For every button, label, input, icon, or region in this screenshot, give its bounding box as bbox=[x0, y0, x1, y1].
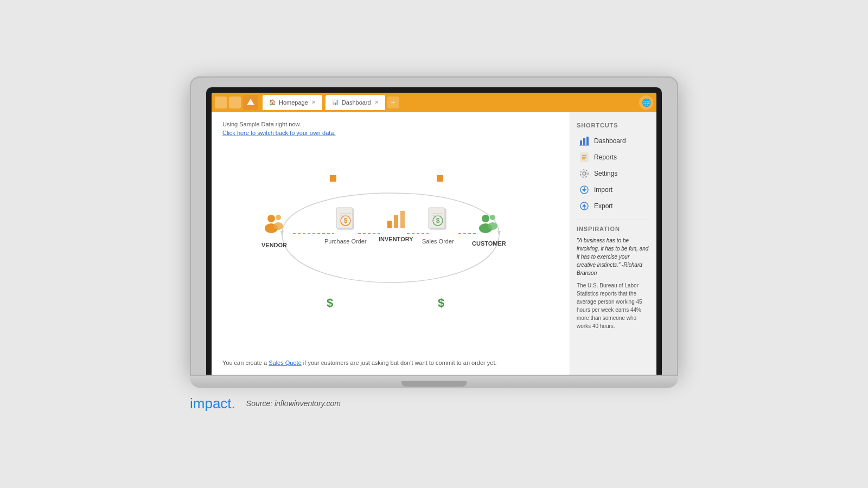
content-area: Using Sample Data right now. Click here … bbox=[212, 112, 656, 375]
chart-icon bbox=[579, 136, 590, 146]
svg-text:$: $ bbox=[327, 296, 333, 310]
svg-rect-34 bbox=[580, 140, 582, 145]
sidebar-item-import[interactable]: Import bbox=[577, 182, 650, 198]
svg-marker-45 bbox=[582, 189, 586, 192]
sidebar-item-dashboard[interactable]: Dashboard bbox=[577, 133, 650, 149]
attribution-bar: impact. Source: inflowinventory.com bbox=[190, 395, 678, 412]
svg-rect-4 bbox=[437, 175, 443, 182]
app-logo bbox=[243, 95, 258, 110]
export-label: Export bbox=[594, 202, 613, 210]
inventory-icon bbox=[383, 206, 409, 234]
sidebar-divider bbox=[577, 220, 650, 220]
customer-icon bbox=[477, 212, 501, 238]
svg-rect-35 bbox=[583, 138, 585, 145]
svg-rect-22 bbox=[394, 215, 398, 228]
purchase-order-icon: $ bbox=[333, 207, 358, 236]
svg-rect-36 bbox=[586, 137, 589, 145]
sample-data-notice: Using Sample Data right now. bbox=[222, 121, 559, 127]
svg-text:$: $ bbox=[436, 217, 440, 224]
svg-rect-21 bbox=[387, 221, 392, 228]
laptop-base bbox=[190, 376, 678, 388]
sidebar: SHORTCUTS Dashboard bbox=[570, 112, 656, 375]
svg-text:$: $ bbox=[343, 217, 347, 224]
inspiration-quote: "A business has to be involving, it has … bbox=[577, 236, 650, 277]
svg-point-14 bbox=[273, 222, 283, 230]
inventory-node[interactable]: INVENTORY bbox=[379, 206, 413, 242]
inspiration-title: INSPIRATION bbox=[577, 226, 650, 232]
dashboard-label: Dashboard bbox=[594, 137, 626, 145]
nav-forward-button[interactable] bbox=[229, 97, 241, 108]
svg-point-11 bbox=[267, 215, 275, 222]
bottom-hint: You can create a Sales Quote if your cus… bbox=[222, 359, 497, 366]
vendor-node[interactable]: VENDOR bbox=[261, 212, 287, 248]
tab-dashboard[interactable]: 📊 Dashboard ✕ bbox=[326, 95, 385, 110]
purchase-order-node[interactable]: $ Purchase Order bbox=[324, 207, 367, 245]
source-text: Source: inflowinventory.com bbox=[246, 399, 341, 408]
settings-label: Settings bbox=[594, 170, 617, 177]
sidebar-item-reports[interactable]: Reports bbox=[577, 149, 650, 165]
svg-point-32 bbox=[490, 215, 495, 220]
svg-marker-0 bbox=[247, 99, 254, 105]
tab-homepage[interactable]: 🏠 Homepage ✕ bbox=[263, 95, 322, 110]
sales-order-icon: $ bbox=[425, 207, 450, 236]
switch-data-link[interactable]: Click here to switch back to your own da… bbox=[222, 130, 559, 136]
brand-logo: impact. bbox=[190, 395, 235, 412]
new-tab-button[interactable]: + bbox=[387, 97, 399, 108]
vendor-label: VENDOR bbox=[261, 242, 287, 248]
inspiration-text: The U.S. Bureau of Labor Statistics repo… bbox=[577, 281, 650, 330]
purchase-order-label: Purchase Order bbox=[324, 238, 367, 245]
sidebar-item-settings[interactable]: Settings bbox=[577, 165, 650, 182]
shortcuts-title: SHORTCUTS bbox=[577, 122, 650, 129]
reports-icon bbox=[579, 152, 590, 163]
svg-text:$: $ bbox=[438, 296, 444, 310]
globe-button[interactable]: 🌐 bbox=[639, 95, 653, 110]
reports-label: Reports bbox=[594, 153, 617, 161]
workflow-diagram: $ $ bbox=[233, 147, 548, 331]
laptop-hinge bbox=[401, 381, 467, 387]
svg-point-13 bbox=[276, 215, 281, 220]
import-label: Import bbox=[594, 186, 612, 194]
svg-point-43 bbox=[580, 170, 588, 177]
sales-quote-link[interactable]: Sales Quote bbox=[269, 359, 302, 366]
svg-point-42 bbox=[583, 172, 586, 175]
export-icon bbox=[579, 201, 590, 211]
title-bar: 🏠 Homepage ✕ 📊 Dashboard ✕ + 🌐 bbox=[212, 93, 656, 112]
main-panel: Using Sample Data right now. Click here … bbox=[212, 112, 570, 375]
sales-order-node[interactable]: $ Sales Order bbox=[422, 207, 454, 245]
svg-marker-48 bbox=[582, 204, 586, 207]
svg-point-33 bbox=[488, 222, 497, 230]
tab-homepage-close[interactable]: ✕ bbox=[311, 99, 316, 105]
svg-rect-23 bbox=[400, 211, 405, 228]
inventory-label: INVENTORY bbox=[379, 236, 413, 242]
import-icon bbox=[579, 184, 590, 195]
vendor-icon bbox=[263, 212, 286, 240]
svg-point-30 bbox=[482, 215, 489, 222]
sales-order-label: Sales Order bbox=[422, 238, 454, 245]
sidebar-item-export[interactable]: Export bbox=[577, 198, 650, 214]
tab-dashboard-close[interactable]: ✕ bbox=[374, 99, 379, 105]
customer-label: CUSTOMER bbox=[472, 240, 506, 247]
nav-back-button[interactable] bbox=[215, 97, 227, 108]
customer-node[interactable]: CUSTOMER bbox=[472, 212, 506, 247]
svg-rect-3 bbox=[330, 175, 336, 182]
settings-icon bbox=[579, 168, 590, 179]
